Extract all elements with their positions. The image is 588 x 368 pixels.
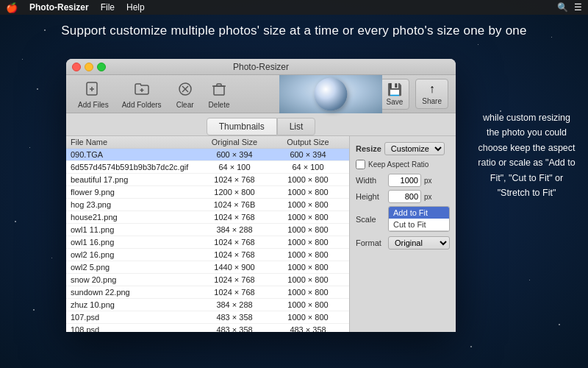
scale-row: Scale Add to Fit Cut to Fit xyxy=(356,206,450,232)
keep-aspect-label[interactable]: Keep Aspect Ratio xyxy=(368,160,429,169)
output-size: 1000 × 800 xyxy=(271,250,345,259)
original-size: 1440 × 900 xyxy=(198,263,271,272)
table-row[interactable]: house21.png 1024 × 768 1000 × 800 xyxy=(66,211,349,224)
save-button[interactable]: 💾 Save xyxy=(380,79,410,110)
scale-dropdown[interactable]: Add to Fit Cut to Fit xyxy=(388,206,450,232)
add-files-label: Add Files xyxy=(78,101,109,109)
keep-aspect-checkbox[interactable] xyxy=(356,160,365,169)
content-area: File Name Original Size Output Size 090.… xyxy=(66,136,456,332)
scale-option-add-to-fit[interactable]: Add to Fit xyxy=(389,207,449,219)
share-button[interactable]: ↑ Share xyxy=(415,79,448,109)
file-name: owl1 16.png xyxy=(71,238,198,247)
height-input[interactable] xyxy=(388,190,421,203)
width-input[interactable] xyxy=(388,174,421,187)
svg-rect-8 xyxy=(214,86,224,95)
scale-label: Scale xyxy=(356,215,385,224)
add-folders-label: Add Folders xyxy=(122,101,162,109)
table-row[interactable]: 6d557d4574b591b9b3b7dc2c.gif 64 × 100 64… xyxy=(66,161,349,174)
table-row[interactable]: owl1 16.png 1024 × 768 1000 × 800 xyxy=(66,236,349,249)
top-description: Support customize multiple photos' size … xyxy=(0,24,588,38)
search-icon[interactable]: 🔍 xyxy=(557,2,568,13)
menu-icon[interactable]: ☰ xyxy=(574,2,582,13)
apple-logo-icon[interactable]: 🍎 xyxy=(6,2,18,13)
output-size: 1000 × 800 xyxy=(271,238,345,247)
output-size: 483 × 358 xyxy=(271,325,345,332)
resize-mode-select[interactable]: Customize xyxy=(384,142,445,155)
maximize-button[interactable] xyxy=(97,63,106,71)
window-title: Photo-Resizer xyxy=(66,62,456,72)
delete-button[interactable]: Delete xyxy=(204,76,234,112)
file-name: beautiful 17.png xyxy=(71,175,198,184)
output-size: 1000 × 800 xyxy=(271,225,345,234)
table-row[interactable]: snow 20.png 1024 × 768 1000 × 800 xyxy=(66,274,349,286)
table-row[interactable]: flower 9.png 1200 × 800 1000 × 800 xyxy=(66,186,349,199)
tab-thumbnails[interactable]: Thumbnails xyxy=(207,118,277,135)
clear-button[interactable]: Clear xyxy=(171,76,200,112)
original-size: 483 × 358 xyxy=(198,313,271,322)
output-size: 1000 × 800 xyxy=(271,275,345,284)
table-row[interactable]: owl2 16.png 1024 × 768 1000 × 800 xyxy=(66,249,349,261)
clear-icon xyxy=(175,79,196,99)
table-row[interactable]: beautiful 17.png 1024 × 768 1000 × 800 xyxy=(66,174,349,186)
output-size: 1000 × 800 xyxy=(271,175,345,184)
scale-option-cut-to-fit[interactable]: Cut to Fit xyxy=(389,219,449,230)
delete-label: Delete xyxy=(209,101,230,109)
top-description-text: Support customize multiple photos' size … xyxy=(61,24,526,38)
toolbar-left-group: Add Files Add Folders Clear Delete xyxy=(74,76,234,112)
format-select[interactable]: Original xyxy=(388,236,450,250)
format-row: Format Original xyxy=(356,236,450,250)
table-row[interactable]: hog 23.png 1024 × 76B 1000 × 800 xyxy=(66,199,349,211)
file-name: sundown 22.png xyxy=(71,288,198,297)
table-row[interactable]: owl1 11.png 384 × 288 1000 × 800 xyxy=(66,224,349,236)
table-row[interactable]: sundown 22.png 1024 × 768 1000 × 800 xyxy=(66,286,349,299)
resize-label: Resize xyxy=(356,144,381,153)
add-files-button[interactable]: Add Files xyxy=(74,76,113,112)
width-px-label: px xyxy=(424,177,432,185)
keep-aspect-row: Keep Aspect Ratio xyxy=(356,160,450,169)
table-row[interactable]: 107.psd 483 × 358 1000 × 800 xyxy=(66,311,349,324)
table-row[interactable]: zhuz 10.png 384 × 288 1000 × 800 xyxy=(66,299,349,311)
menubar-help[interactable]: Help xyxy=(126,2,145,13)
output-size: 1000 × 800 xyxy=(271,263,345,272)
clear-label: Clear xyxy=(176,101,194,109)
original-size: 1024 × 768 xyxy=(198,250,271,259)
original-size: 1024 × 768 xyxy=(198,213,271,222)
original-size: 1024 × 768 xyxy=(198,238,271,247)
height-row: Height px xyxy=(356,190,450,203)
right-description-text: while custom resizing the photo you coul… xyxy=(478,113,575,198)
traffic-lights xyxy=(72,63,106,71)
file-name: zhuz 10.png xyxy=(71,300,198,309)
file-name: 090.TGA xyxy=(71,150,198,159)
file-list-body[interactable]: 090.TGA 600 × 394 600 × 394 6d557d4574b5… xyxy=(66,149,349,332)
menubar-app-name[interactable]: Photo-Resizer xyxy=(29,2,89,13)
output-size: 1000 × 800 xyxy=(271,188,345,197)
column-original: Original Size xyxy=(198,138,271,146)
add-files-icon xyxy=(83,79,104,99)
file-name: 107.psd xyxy=(71,313,198,322)
toolbar-right-group: 💾 Save ↑ Share xyxy=(380,79,448,110)
delete-icon xyxy=(209,79,229,99)
save-label: Save xyxy=(387,98,404,106)
menubar-file[interactable]: File xyxy=(101,2,115,13)
table-row[interactable]: 090.TGA 600 × 394 600 × 394 xyxy=(66,149,349,161)
right-description: while custom resizing the photo you coul… xyxy=(477,110,576,200)
table-row[interactable]: 108.psd 483 × 358 483 × 358 xyxy=(66,324,349,332)
minimize-button[interactable] xyxy=(85,63,93,71)
original-size: 1024 × 768 xyxy=(198,288,271,297)
resize-panel: Resize Customize Keep Aspect Ratio Width… xyxy=(349,136,456,332)
format-label: Format xyxy=(356,238,385,247)
file-name: house21.png xyxy=(71,213,198,222)
table-row[interactable]: owl2 5.png 1440 × 900 1000 × 800 xyxy=(66,261,349,274)
tab-bar: Thumbnails List xyxy=(66,113,456,136)
file-list: File Name Original Size Output Size 090.… xyxy=(66,136,349,332)
tab-list[interactable]: List xyxy=(277,118,316,135)
toolbar-photo-decoration xyxy=(279,75,382,113)
column-filename: File Name xyxy=(71,138,198,146)
file-name: flower 9.png xyxy=(71,188,198,197)
original-size: 483 × 358 xyxy=(198,325,271,332)
output-size: 1000 × 800 xyxy=(271,200,345,209)
height-px-label: px xyxy=(424,193,432,201)
original-size: 600 × 394 xyxy=(198,150,271,159)
add-folders-button[interactable]: Add Folders xyxy=(118,76,166,112)
close-button[interactable] xyxy=(72,63,81,71)
